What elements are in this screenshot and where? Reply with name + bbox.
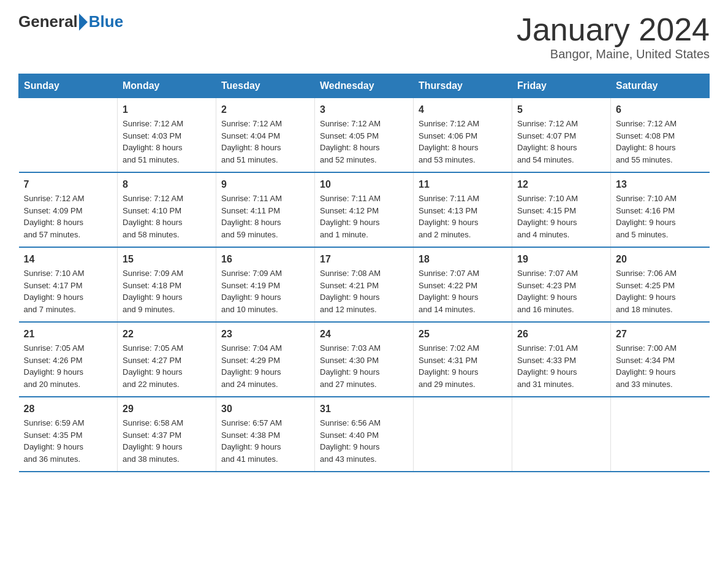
calendar-cell: 23Sunrise: 7:04 AM Sunset: 4:29 PM Dayli… <box>216 322 315 397</box>
calendar-subtitle: Bangor, Maine, United States <box>517 47 710 61</box>
calendar-week-row: 7Sunrise: 7:12 AM Sunset: 4:09 PM Daylig… <box>19 172 710 247</box>
calendar-cell: 4Sunrise: 7:12 AM Sunset: 4:06 PM Daylig… <box>414 98 512 173</box>
day-info: Sunrise: 7:05 AM Sunset: 4:26 PM Dayligh… <box>24 342 113 390</box>
day-number: 14 <box>24 254 113 265</box>
title-section: January 2024 Bangor, Maine, United State… <box>517 12 710 61</box>
calendar-cell: 25Sunrise: 7:02 AM Sunset: 4:31 PM Dayli… <box>414 322 512 397</box>
day-info: Sunrise: 7:12 AM Sunset: 4:05 PM Dayligh… <box>320 118 408 166</box>
calendar-cell: 19Sunrise: 7:07 AM Sunset: 4:23 PM Dayli… <box>512 247 611 322</box>
calendar-cell <box>512 397 611 472</box>
calendar-cell: 21Sunrise: 7:05 AM Sunset: 4:26 PM Dayli… <box>19 322 118 397</box>
calendar-week-row: 21Sunrise: 7:05 AM Sunset: 4:26 PM Dayli… <box>19 322 710 397</box>
day-number: 26 <box>517 329 605 340</box>
day-info: Sunrise: 7:07 AM Sunset: 4:22 PM Dayligh… <box>419 267 507 315</box>
calendar-cell: 6Sunrise: 7:12 AM Sunset: 4:08 PM Daylig… <box>611 98 710 173</box>
logo-blue-text: Blue <box>89 12 123 31</box>
day-info: Sunrise: 7:12 AM Sunset: 4:03 PM Dayligh… <box>123 118 211 166</box>
day-info: Sunrise: 7:11 AM Sunset: 4:12 PM Dayligh… <box>320 193 408 240</box>
calendar-cell: 22Sunrise: 7:05 AM Sunset: 4:27 PM Dayli… <box>118 322 216 397</box>
day-info: Sunrise: 7:08 AM Sunset: 4:21 PM Dayligh… <box>320 267 408 315</box>
logo-triangle-icon <box>79 13 88 31</box>
day-info: Sunrise: 7:09 AM Sunset: 4:18 PM Dayligh… <box>123 267 211 315</box>
day-number: 24 <box>320 329 408 340</box>
day-number: 22 <box>123 329 211 340</box>
header-friday: Friday <box>512 74 611 98</box>
header-thursday: Thursday <box>414 74 512 98</box>
day-number: 20 <box>616 254 705 265</box>
day-info: Sunrise: 7:10 AM Sunset: 4:15 PM Dayligh… <box>517 193 605 240</box>
day-info: Sunrise: 7:09 AM Sunset: 4:19 PM Dayligh… <box>221 267 309 315</box>
calendar-cell <box>19 98 118 173</box>
calendar-cell: 15Sunrise: 7:09 AM Sunset: 4:18 PM Dayli… <box>118 247 216 322</box>
day-info: Sunrise: 7:05 AM Sunset: 4:27 PM Dayligh… <box>123 342 211 390</box>
day-number: 8 <box>123 179 211 190</box>
calendar-cell: 18Sunrise: 7:07 AM Sunset: 4:22 PM Dayli… <box>414 247 512 322</box>
day-info: Sunrise: 7:04 AM Sunset: 4:29 PM Dayligh… <box>221 342 309 390</box>
header-tuesday: Tuesday <box>216 74 315 98</box>
header-monday: Monday <box>118 74 216 98</box>
calendar-week-row: 14Sunrise: 7:10 AM Sunset: 4:17 PM Dayli… <box>19 247 710 322</box>
calendar-cell: 11Sunrise: 7:11 AM Sunset: 4:13 PM Dayli… <box>414 172 512 247</box>
day-number: 12 <box>517 179 605 190</box>
calendar-title: January 2024 <box>517 12 710 47</box>
day-number: 19 <box>517 254 605 265</box>
day-number: 9 <box>221 179 309 190</box>
header-wednesday: Wednesday <box>315 74 414 98</box>
calendar-cell: 20Sunrise: 7:06 AM Sunset: 4:25 PM Dayli… <box>611 247 710 322</box>
day-info: Sunrise: 7:02 AM Sunset: 4:31 PM Dayligh… <box>419 342 507 390</box>
calendar-cell: 10Sunrise: 7:11 AM Sunset: 4:12 PM Dayli… <box>315 172 414 247</box>
calendar-table: Sunday Monday Tuesday Wednesday Thursday… <box>18 74 710 472</box>
calendar-cell: 8Sunrise: 7:12 AM Sunset: 4:10 PM Daylig… <box>118 172 216 247</box>
calendar-cell: 26Sunrise: 7:01 AM Sunset: 4:33 PM Dayli… <box>512 322 611 397</box>
calendar-cell: 3Sunrise: 7:12 AM Sunset: 4:05 PM Daylig… <box>315 98 414 173</box>
day-number: 6 <box>616 104 705 115</box>
day-number: 10 <box>320 179 408 190</box>
calendar-cell: 31Sunrise: 6:56 AM Sunset: 4:40 PM Dayli… <box>315 397 414 472</box>
day-number: 23 <box>221 329 309 340</box>
calendar-body: 1Sunrise: 7:12 AM Sunset: 4:03 PM Daylig… <box>19 98 710 472</box>
day-info: Sunrise: 7:00 AM Sunset: 4:34 PM Dayligh… <box>616 342 705 390</box>
day-info: Sunrise: 6:59 AM Sunset: 4:35 PM Dayligh… <box>24 417 113 465</box>
day-info: Sunrise: 6:56 AM Sunset: 4:40 PM Dayligh… <box>320 417 408 465</box>
calendar-week-row: 28Sunrise: 6:59 AM Sunset: 4:35 PM Dayli… <box>19 397 710 472</box>
day-info: Sunrise: 7:03 AM Sunset: 4:30 PM Dayligh… <box>320 342 408 390</box>
days-of-week-row: Sunday Monday Tuesday Wednesday Thursday… <box>19 74 710 98</box>
day-info: Sunrise: 6:57 AM Sunset: 4:38 PM Dayligh… <box>221 417 309 465</box>
day-number: 15 <box>123 254 211 265</box>
calendar-cell: 13Sunrise: 7:10 AM Sunset: 4:16 PM Dayli… <box>611 172 710 247</box>
day-info: Sunrise: 7:06 AM Sunset: 4:25 PM Dayligh… <box>616 267 705 315</box>
day-number: 28 <box>24 404 113 415</box>
calendar-cell: 12Sunrise: 7:10 AM Sunset: 4:15 PM Dayli… <box>512 172 611 247</box>
calendar-header: Sunday Monday Tuesday Wednesday Thursday… <box>19 74 710 98</box>
day-info: Sunrise: 7:12 AM Sunset: 4:10 PM Dayligh… <box>123 193 211 240</box>
day-number: 3 <box>320 104 408 115</box>
calendar-cell <box>611 397 710 472</box>
day-info: Sunrise: 7:12 AM Sunset: 4:08 PM Dayligh… <box>616 118 705 166</box>
day-info: Sunrise: 7:07 AM Sunset: 4:23 PM Dayligh… <box>517 267 605 315</box>
calendar-cell: 7Sunrise: 7:12 AM Sunset: 4:09 PM Daylig… <box>19 172 118 247</box>
day-number: 13 <box>616 179 705 190</box>
day-number: 2 <box>221 104 309 115</box>
day-info: Sunrise: 7:12 AM Sunset: 4:09 PM Dayligh… <box>24 193 113 240</box>
header-sunday: Sunday <box>19 74 118 98</box>
calendar-cell: 29Sunrise: 6:58 AM Sunset: 4:37 PM Dayli… <box>118 397 216 472</box>
day-number: 25 <box>419 329 507 340</box>
calendar-cell <box>414 397 512 472</box>
calendar-cell: 2Sunrise: 7:12 AM Sunset: 4:04 PM Daylig… <box>216 98 315 173</box>
day-number: 30 <box>221 404 309 415</box>
calendar-cell: 14Sunrise: 7:10 AM Sunset: 4:17 PM Dayli… <box>19 247 118 322</box>
day-info: Sunrise: 7:01 AM Sunset: 4:33 PM Dayligh… <box>517 342 605 390</box>
day-number: 31 <box>320 404 408 415</box>
calendar-cell: 9Sunrise: 7:11 AM Sunset: 4:11 PM Daylig… <box>216 172 315 247</box>
logo-general-text: General <box>18 12 78 31</box>
day-number: 18 <box>419 254 507 265</box>
header-saturday: Saturday <box>611 74 710 98</box>
day-number: 29 <box>123 404 211 415</box>
calendar-cell: 28Sunrise: 6:59 AM Sunset: 4:35 PM Dayli… <box>19 397 118 472</box>
calendar-cell: 17Sunrise: 7:08 AM Sunset: 4:21 PM Dayli… <box>315 247 414 322</box>
calendar-cell: 1Sunrise: 7:12 AM Sunset: 4:03 PM Daylig… <box>118 98 216 173</box>
day-info: Sunrise: 7:11 AM Sunset: 4:11 PM Dayligh… <box>221 193 309 240</box>
day-number: 16 <box>221 254 309 265</box>
day-info: Sunrise: 7:11 AM Sunset: 4:13 PM Dayligh… <box>419 193 507 240</box>
day-info: Sunrise: 7:12 AM Sunset: 4:06 PM Dayligh… <box>419 118 507 166</box>
